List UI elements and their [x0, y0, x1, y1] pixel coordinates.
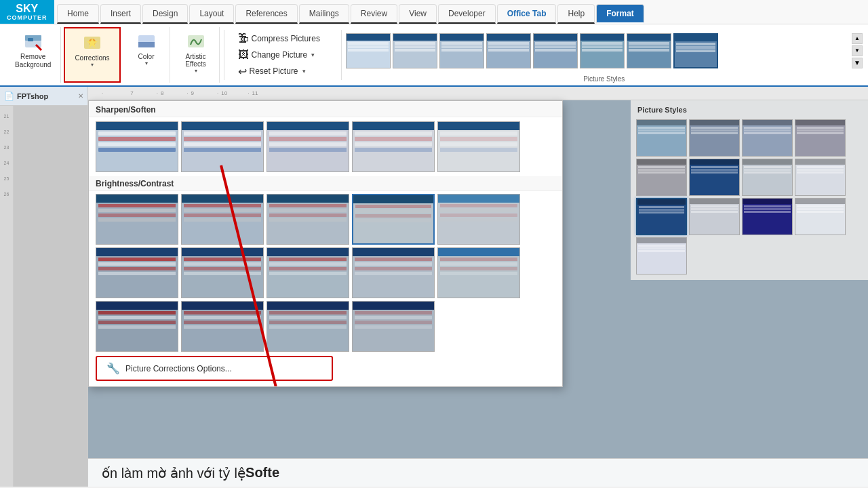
ruler-dot-5: · [248, 90, 249, 96]
bg-style-thumb-10[interactable] [689, 198, 740, 235]
tab-layout[interactable]: Layout [189, 4, 234, 24]
corrections-dropdown-arrow: ▾ [91, 62, 94, 68]
ruler-mark-21: 21 [4, 108, 9, 124]
bg-style-thumbs [633, 117, 865, 277]
remove-background-button[interactable]: RemoveBackground [11, 28, 55, 71]
styles-scroll-up[interactable]: ▲ [852, 33, 863, 44]
artistic-effects-button[interactable]: ArtisticEffects ▾ [178, 28, 214, 76]
doc-tab-icon: 📄 [4, 92, 14, 101]
bg-style-thumb-13[interactable] [636, 237, 687, 274]
sharpen-section: Sharpen/Soften [89, 101, 562, 176]
tab-references[interactable]: References [235, 4, 297, 24]
brightness-row-2 [89, 246, 562, 300]
brightness-thumb-3-1[interactable] [96, 301, 178, 352]
artistic-effects-icon [185, 31, 207, 53]
brightness-section: Brightness/Contrast [89, 176, 562, 353]
sharpen-thumb-3[interactable] [267, 121, 349, 172]
brightness-thumb-1-1[interactable] [96, 194, 178, 245]
style-thumb-4[interactable] [486, 33, 531, 68]
style-thumb-7[interactable] [627, 33, 671, 68]
ruler-dot-2: · [157, 90, 158, 96]
tab-developer[interactable]: Developer [438, 4, 496, 24]
sharpen-thumb-4[interactable] [352, 121, 435, 172]
tab-office-tab[interactable]: Office Tab [497, 4, 557, 24]
sharpen-thumb-5[interactable] [437, 121, 520, 172]
color-button[interactable]: Color ▾ [129, 28, 164, 68]
bg-style-thumb-6[interactable] [689, 159, 740, 196]
brightness-thumb-2-1[interactable] [96, 247, 178, 298]
page-panel [14, 106, 87, 487]
style-thumb-5[interactable] [533, 33, 578, 68]
brightness-thumb-2-2[interactable] [181, 247, 264, 298]
bg-style-thumb-5[interactable] [636, 159, 687, 196]
picture-corrections-options-label: Picture Corrections Options... [125, 364, 232, 373]
ruler-area: 21 22 23 24 25 26 [0, 106, 87, 487]
style-thumb-8[interactable] [673, 33, 718, 68]
logo-computer: COMPUTER [7, 14, 47, 21]
brightness-title: Brightness/Contrast [89, 176, 562, 191]
change-picture-label: Change Picture [252, 50, 308, 60]
bg-style-thumb-1[interactable] [636, 119, 687, 157]
tab-format[interactable]: Format [596, 4, 644, 24]
tab-mailings[interactable]: Mailings [299, 4, 349, 24]
brightness-thumb-1-2[interactable] [181, 194, 264, 245]
compress-pictures-button[interactable]: 🗜 Compress Pictures [234, 31, 324, 46]
left-panel: 📄 FPTshop ✕ 21 22 23 24 25 26 [0, 87, 88, 487]
svg-rect-8 [138, 42, 155, 47]
ribbon-group-remove-bg: RemoveBackground [5, 27, 61, 83]
reset-picture-button[interactable]: ↩ Reset Picture ▾ [234, 64, 310, 79]
reset-picture-arrow: ▾ [302, 68, 306, 75]
change-picture-arrow: ▾ [311, 52, 315, 58]
ribbon-group-picture-adjust: 🗜 Compress Pictures 🖼 Change Picture ▾ ↩… [229, 27, 337, 83]
corrections-button[interactable]: Corrections ▾ [71, 30, 113, 70]
bottom-text-bar: ốn làm mờ ảnh với tỷ lệ Softe [88, 458, 868, 487]
styles-expand[interactable]: ▼ [852, 58, 863, 68]
brightness-thumb-2-3[interactable] [267, 247, 349, 298]
bg-style-thumb-12[interactable] [795, 198, 846, 235]
style-thumb-6[interactable] [580, 33, 625, 68]
tab-design[interactable]: Design [142, 4, 188, 24]
bg-style-thumb-3[interactable] [742, 119, 793, 157]
brightness-thumb-3-2[interactable] [181, 301, 264, 352]
bg-style-thumb-9[interactable] [636, 198, 687, 235]
doc-tab-label[interactable]: FPTshop [17, 92, 48, 100]
bottom-text-prefix: ốn làm mờ ảnh với tỷ lệ [102, 465, 245, 481]
sharpen-thumb-1[interactable] [96, 121, 178, 172]
sharpen-thumb-2[interactable] [181, 121, 264, 172]
bg-style-thumb-4[interactable] [795, 119, 846, 157]
brightness-thumb-3-3[interactable] [267, 301, 349, 352]
ruler-mark-23: 23 [4, 140, 9, 155]
tab-view[interactable]: View [399, 4, 437, 24]
main-content: · 7 · 8 · 9 · 10 · 11 maytinhdanang.com … [88, 87, 868, 487]
ruler-num-11: 11 [252, 90, 258, 96]
bg-style-thumb-7[interactable] [742, 159, 793, 196]
change-picture-button[interactable]: 🖼 Change Picture ▾ [234, 47, 319, 62]
style-thumb-2[interactable] [393, 33, 437, 68]
ruler-mark-25: 25 [4, 171, 9, 186]
doc-tab-close[interactable]: ✕ [78, 92, 83, 100]
brightness-thumb-2-4[interactable] [352, 247, 435, 298]
picture-corrections-options-button[interactable]: 🔧 Picture Corrections Options... [96, 356, 333, 381]
sharpen-thumbnails [89, 117, 562, 176]
style-thumb-1[interactable] [346, 33, 391, 68]
tab-review[interactable]: Review [351, 4, 397, 24]
bg-style-thumb-8[interactable] [795, 159, 846, 196]
workspace: 📄 FPTshop ✕ 21 22 23 24 25 26 · 7 · 8 · … [0, 87, 868, 487]
tab-insert[interactable]: Insert [100, 4, 141, 24]
brightness-thumb-3-4[interactable] [352, 301, 435, 352]
ruler-mark-24: 24 [4, 155, 9, 171]
bg-style-thumb-2[interactable] [689, 119, 740, 157]
tab-home[interactable]: Home [57, 4, 99, 24]
brightness-thumb-1-4[interactable] [352, 194, 435, 245]
styles-scroll-down[interactable]: ▼ [852, 45, 863, 56]
tab-help[interactable]: Help [557, 4, 595, 24]
style-thumb-3[interactable] [439, 33, 484, 68]
brightness-thumb-2-5[interactable] [437, 247, 520, 298]
bg-style-thumb-11[interactable] [742, 198, 793, 235]
brightness-thumb-1-5[interactable] [437, 194, 520, 245]
vertical-ruler: 21 22 23 24 25 26 [0, 106, 14, 487]
ruler-num-8: 8 [161, 90, 163, 96]
brightness-row-3 [89, 300, 562, 353]
brightness-thumb-1-3[interactable] [267, 194, 349, 245]
compress-label: Compress Pictures [252, 34, 320, 43]
